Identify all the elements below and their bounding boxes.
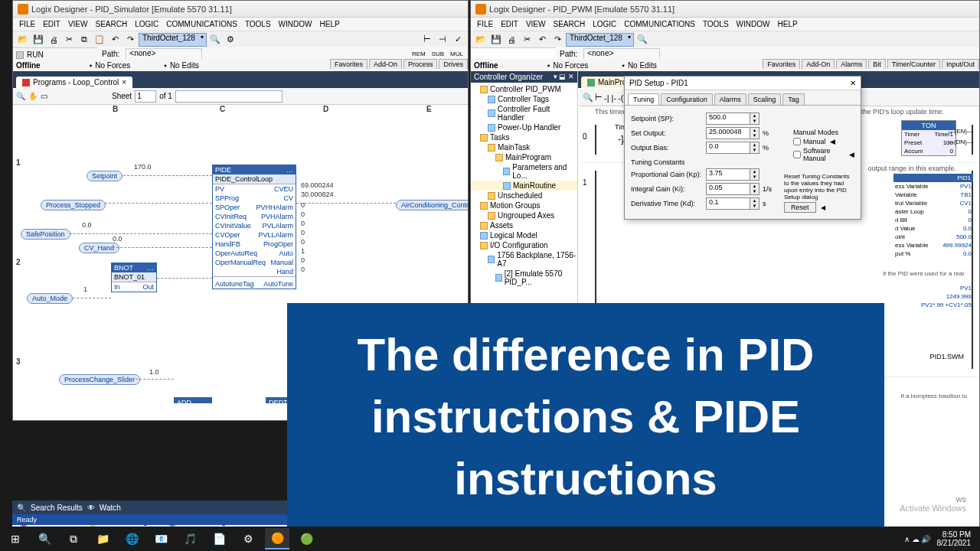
menu-edit[interactable]: EDIT xyxy=(43,20,60,28)
menu-logic[interactable]: LOGIC xyxy=(135,20,158,28)
spinner[interactable]: ▲▼ xyxy=(750,112,760,125)
bias-input[interactable]: 0.0 xyxy=(706,142,750,154)
tree-item[interactable]: 1756 Backplane, 1756-A7 xyxy=(471,250,577,269)
tab-scaling[interactable]: Scaling xyxy=(748,93,782,105)
menu-help[interactable]: HELP xyxy=(319,20,339,28)
menu-window[interactable]: WINDOW xyxy=(279,20,312,28)
spinner[interactable]: ▲▼ xyxy=(750,142,760,154)
menu-file[interactable]: FILE xyxy=(19,20,35,28)
open-icon[interactable]: 📂 xyxy=(16,33,30,47)
menu-logic[interactable]: LOGIC xyxy=(593,20,616,28)
iref-cvhand[interactable]: CV_Hand xyxy=(79,243,119,253)
pid-tail-block[interactable]: PV1 1249.998 PV1*.99 +CV1*.05 xyxy=(893,284,973,309)
hand-icon[interactable]: ✋ xyxy=(28,92,38,100)
tree-header[interactable]: Controller Organizer ▾ ⬓ ✕ xyxy=(471,71,577,83)
favtab[interactable]: Add-On xyxy=(369,59,402,69)
close-icon[interactable]: ✕ xyxy=(850,79,856,87)
tab-tag[interactable]: Tag xyxy=(782,93,805,105)
search-results-tab[interactable]: Search Results xyxy=(31,504,83,512)
pid-side-block[interactable]: PID1 ess VariablePV1 VariableTB1 trol Va… xyxy=(893,174,973,258)
path-combo-left[interactable]: ThirdOctet_128 xyxy=(139,33,207,47)
favtab[interactable]: Drives xyxy=(439,59,468,69)
settings-icon[interactable]: ⚙ xyxy=(236,528,260,549)
undo-icon[interactable]: ↶ xyxy=(108,33,122,47)
undo-icon[interactable]: ↶ xyxy=(535,33,549,47)
setoutput-input[interactable]: 25.000048 xyxy=(706,127,750,139)
oref-aircond[interactable]: AirConditioning_Control xyxy=(396,200,468,210)
titlebar-left[interactable]: Logix Designer - PID_Simulator [Emulate … xyxy=(13,1,468,18)
kp-input[interactable]: 3.75 xyxy=(706,168,750,181)
kd-input[interactable]: 0.1 xyxy=(706,197,750,210)
tree-item[interactable]: MainProgram xyxy=(471,152,577,162)
path-field[interactable]: <none> xyxy=(583,48,660,60)
zoom-icon[interactable]: 🔍 xyxy=(583,93,593,103)
redo-icon[interactable]: ↷ xyxy=(550,33,564,47)
taskview-icon[interactable]: ⧉ xyxy=(61,528,86,549)
tab-config[interactable]: Configuration xyxy=(661,93,713,105)
tree-item[interactable]: MainTask xyxy=(471,142,577,152)
tree-item[interactable]: Power-Up Handler xyxy=(471,122,577,132)
menu-search[interactable]: SEARCH xyxy=(553,20,585,28)
iref-automode[interactable]: Auto_Mode xyxy=(27,293,73,304)
tab-loop-control[interactable]: Programs - Loop_Control × xyxy=(16,77,132,88)
menu-view[interactable]: VIEW xyxy=(68,20,88,28)
clock[interactable]: 8:50 PM 8/21/2021 xyxy=(937,530,972,547)
favtab[interactable]: Favorites xyxy=(330,59,368,69)
tray-icons[interactable]: ∧ ☁ 🔊 xyxy=(904,535,931,543)
favtab[interactable]: Process xyxy=(403,59,438,69)
sheet-name-input[interactable] xyxy=(175,90,283,103)
spinner[interactable]: ▲▼ xyxy=(750,168,760,181)
tree-item[interactable]: Logical Model xyxy=(471,230,577,240)
watch-tab[interactable]: Watch xyxy=(100,504,121,512)
menu-search[interactable]: SEARCH xyxy=(95,20,127,28)
pide-block[interactable]: PIDE… PIDE_ControlLoop PVCVEU SPProgCV S… xyxy=(212,165,296,289)
mail-icon[interactable]: 📧 xyxy=(149,528,173,549)
software-manual-checkbox[interactable] xyxy=(793,151,801,158)
save-icon[interactable]: 💾 xyxy=(31,33,45,47)
tree-item[interactable]: Tasks xyxy=(471,132,577,142)
search-icon[interactable]: 🔍 xyxy=(208,33,222,47)
bnot-block[interactable]: BNOT… BNOT_01 InOut xyxy=(111,262,157,292)
edge-icon[interactable]: 🌐 xyxy=(119,528,144,549)
paste-icon[interactable]: 📋 xyxy=(93,33,106,47)
tree-item[interactable]: Controller Fault Handler xyxy=(471,104,577,122)
doc-icon[interactable]: 📄 xyxy=(207,528,231,549)
tree-item[interactable]: MainRoutine xyxy=(471,181,577,191)
tool-icon[interactable]: ⚙ xyxy=(224,33,237,47)
tree-item[interactable]: Controller Tags xyxy=(471,94,577,104)
sub-label[interactable]: SUB xyxy=(432,51,444,57)
redo-icon[interactable]: ↷ xyxy=(123,33,137,47)
spinner[interactable]: ▲▼ xyxy=(750,197,760,210)
iref-setpoint[interactable]: Setpoint xyxy=(87,171,122,181)
tree-item[interactable]: I/O Configuration xyxy=(471,240,577,250)
tree-item[interactable]: Ungrouped Axes xyxy=(471,210,577,220)
iref-slider[interactable]: ProcessChange_Slider xyxy=(59,374,140,385)
menu-comms[interactable]: COMMUNICATIONS xyxy=(166,20,237,28)
iref-process-stopped[interactable]: Process_Stopped xyxy=(41,200,106,210)
start-icon[interactable]: ⊞ xyxy=(3,528,28,549)
xic-icon[interactable]: -| |- xyxy=(604,93,616,103)
tree-item[interactable]: Assets xyxy=(471,220,577,230)
spinner[interactable]: ▲▼ xyxy=(750,127,760,139)
add-block[interactable]: ADD… xyxy=(174,397,212,403)
swm-tag[interactable]: PID1.SWM xyxy=(929,353,964,360)
reset-button[interactable]: Reset xyxy=(784,202,816,213)
tree-item[interactable]: Parameters and Lo... xyxy=(471,162,577,181)
save-icon[interactable]: 💾 xyxy=(489,33,503,47)
rung-icon[interactable]: ⊢ xyxy=(595,93,603,103)
spinner[interactable]: ▲▼ xyxy=(750,183,760,195)
branch-icon[interactable]: ⊣ xyxy=(436,33,449,47)
menu-help[interactable]: HELP xyxy=(777,20,797,28)
tree-item[interactable]: Unscheduled xyxy=(471,191,577,201)
path-combo-right[interactable]: ThirdOctet_128 xyxy=(566,33,634,47)
manual-checkbox[interactable] xyxy=(793,138,801,145)
tree-item[interactable]: [2] Emulate 5570 PID_P... xyxy=(471,269,577,287)
menu-window[interactable]: WINDOW xyxy=(737,20,770,28)
mul-label[interactable]: MUL xyxy=(450,51,463,57)
copy-icon[interactable]: ⧉ xyxy=(77,33,91,47)
close-icon[interactable]: × xyxy=(122,78,126,86)
menu-tools[interactable]: TOOLS xyxy=(703,20,729,28)
sheet-input[interactable] xyxy=(135,90,156,103)
menu-comms[interactable]: COMMUNICATIONS xyxy=(624,20,695,28)
search-icon[interactable]: 🔍 xyxy=(32,528,57,549)
